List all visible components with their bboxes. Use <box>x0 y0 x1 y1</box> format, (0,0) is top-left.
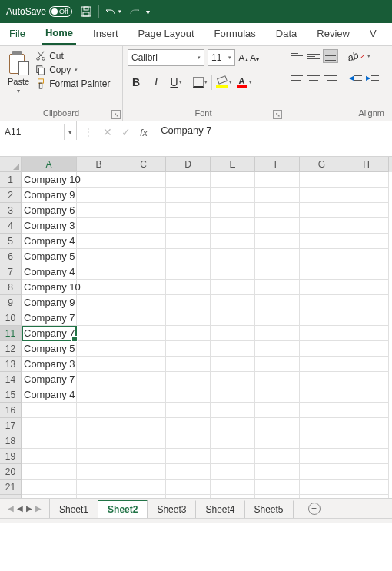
cell[interactable]: Company 10 <box>22 172 77 188</box>
cell[interactable] <box>211 433 255 449</box>
tab-data[interactable]: Data <box>273 25 300 44</box>
cell[interactable] <box>166 280 211 295</box>
cell[interactable] <box>255 372 300 387</box>
cell[interactable] <box>121 203 166 218</box>
cell[interactable] <box>22 480 77 495</box>
bold-button[interactable]: B <box>128 74 145 91</box>
cell[interactable] <box>255 449 300 464</box>
cell[interactable] <box>211 372 255 387</box>
cell[interactable] <box>300 234 344 249</box>
cell[interactable] <box>300 188 344 203</box>
cell[interactable] <box>300 418 344 433</box>
cell[interactable] <box>255 418 300 433</box>
row-header[interactable]: 20 <box>0 464 22 480</box>
align-bottom-button[interactable] <box>323 49 338 63</box>
cell[interactable] <box>344 480 389 495</box>
cell[interactable] <box>77 295 121 310</box>
cell[interactable] <box>121 264 166 280</box>
cell[interactable] <box>255 341 300 357</box>
row-header[interactable]: 14 <box>0 372 22 387</box>
sheet-tab[interactable]: Sheet3 <box>148 500 196 518</box>
row-header[interactable]: 15 <box>0 387 22 403</box>
border-button[interactable]: ▾ <box>191 74 208 91</box>
cell[interactable] <box>211 234 255 249</box>
cell[interactable] <box>166 310 211 326</box>
cell[interactable] <box>211 341 255 357</box>
save-button[interactable] <box>80 5 92 18</box>
row-header[interactable]: 2 <box>0 188 22 203</box>
cell[interactable]: Company 9 <box>22 295 77 310</box>
clipboard-launcher[interactable]: ⤡ <box>111 110 121 119</box>
cell[interactable] <box>22 433 77 449</box>
customize-qat-button[interactable]: ▾ <box>146 8 150 16</box>
cell[interactable] <box>166 234 211 249</box>
cell[interactable]: Company 4 <box>22 234 77 249</box>
cell[interactable] <box>344 249 389 264</box>
decrease-indent-button[interactable]: ◀ <box>347 71 363 85</box>
sheet-tab[interactable]: Sheet2 <box>98 500 148 518</box>
cell[interactable] <box>121 295 166 310</box>
cell[interactable] <box>77 403 121 418</box>
row-header[interactable]: 1 <box>0 172 22 188</box>
sheet-nav-next[interactable]: ▶ <box>26 504 32 513</box>
cell[interactable] <box>166 172 211 188</box>
cell[interactable] <box>344 203 389 218</box>
cell[interactable] <box>255 326 300 341</box>
row-header[interactable]: 22 <box>0 495 22 498</box>
cell[interactable] <box>255 357 300 372</box>
cell[interactable]: Company 4 <box>22 264 77 280</box>
formula-bar[interactable]: Company 7 <box>154 121 392 156</box>
cell[interactable] <box>255 495 300 498</box>
font-size-select[interactable]: 11 ▾ <box>208 49 235 66</box>
cell[interactable] <box>22 449 77 464</box>
cell[interactable] <box>211 403 255 418</box>
cell[interactable]: Company 5 <box>22 341 77 357</box>
cell[interactable] <box>300 403 344 418</box>
cell[interactable] <box>211 218 255 234</box>
row-header[interactable]: 16 <box>0 403 22 418</box>
font-color-button[interactable]: A▾ <box>235 74 252 91</box>
cell[interactable] <box>300 295 344 310</box>
cell[interactable] <box>211 464 255 480</box>
column-header[interactable]: F <box>255 157 300 172</box>
column-header[interactable]: H <box>344 157 389 172</box>
cell[interactable] <box>211 495 255 498</box>
increase-indent-button[interactable]: ▶ <box>364 71 380 85</box>
cell[interactable] <box>166 357 211 372</box>
cell[interactable] <box>166 464 211 480</box>
cell[interactable] <box>255 464 300 480</box>
fill-color-button[interactable]: ▾ <box>215 74 232 91</box>
cell[interactable] <box>344 264 389 280</box>
cell[interactable] <box>255 295 300 310</box>
cell[interactable] <box>211 357 255 372</box>
row-header[interactable]: 18 <box>0 433 22 449</box>
cell[interactable] <box>121 480 166 495</box>
column-header[interactable]: D <box>166 157 211 172</box>
cell[interactable] <box>344 464 389 480</box>
cell[interactable] <box>344 433 389 449</box>
cell[interactable] <box>300 280 344 295</box>
cell[interactable]: Company 5 <box>22 249 77 264</box>
tab-review[interactable]: Review <box>314 25 353 44</box>
cells-area[interactable]: Company 10Company 9Company 6Company 3Com… <box>22 172 389 498</box>
row-header[interactable]: 8 <box>0 280 22 295</box>
cell[interactable]: Company 10 <box>22 280 77 295</box>
tab-insert[interactable]: Insert <box>90 25 121 44</box>
cell[interactable] <box>121 249 166 264</box>
cell[interactable] <box>300 372 344 387</box>
cell[interactable] <box>166 433 211 449</box>
copy-button[interactable]: Copy ▾ <box>35 65 110 75</box>
cell[interactable] <box>211 280 255 295</box>
spreadsheet-grid[interactable]: ABCDEFGH 1234567891011121314151617181920… <box>0 157 392 498</box>
cell[interactable] <box>166 372 211 387</box>
orientation-button[interactable]: ab↗▾ <box>347 51 370 62</box>
cell[interactable] <box>121 341 166 357</box>
cell[interactable] <box>255 264 300 280</box>
row-header[interactable]: 3 <box>0 203 22 218</box>
cell[interactable] <box>344 172 389 188</box>
cell[interactable] <box>300 172 344 188</box>
cell[interactable]: Company 7 <box>22 310 77 326</box>
row-header[interactable]: 6 <box>0 249 22 264</box>
cell[interactable] <box>121 172 166 188</box>
cell[interactable] <box>121 464 166 480</box>
